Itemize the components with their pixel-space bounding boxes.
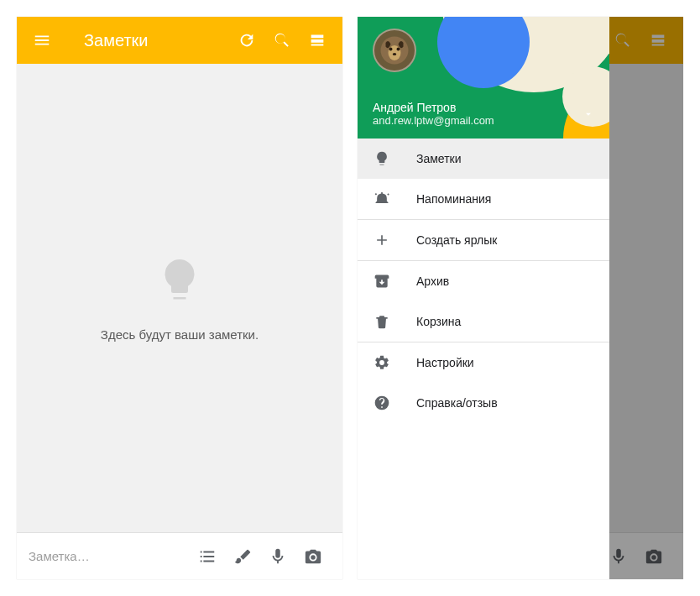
- svg-point-8: [393, 53, 397, 55]
- bottom-bar: Заметка…: [17, 532, 342, 579]
- svg-point-6: [389, 48, 393, 51]
- microphone-icon: [269, 547, 287, 566]
- drawer-item-create-label[interactable]: Создать ярлык: [358, 220, 609, 260]
- drawer-item-notes[interactable]: Заметки: [358, 139, 609, 179]
- refresh-icon: [238, 31, 256, 50]
- app-bar: Заметки: [17, 17, 342, 64]
- app-title: Заметки: [84, 31, 225, 50]
- svg-point-7: [397, 48, 400, 51]
- drawer-item-settings[interactable]: Настройки: [358, 342, 609, 383]
- checklist-icon: [198, 547, 217, 566]
- new-voice-button[interactable]: [260, 539, 295, 574]
- avatar-dog-icon: [379, 35, 410, 65]
- drawer-item-help[interactable]: Справка/отзыв: [358, 383, 609, 423]
- view-grid-icon: [308, 31, 326, 50]
- archive-icon: [373, 273, 391, 290]
- drawer-item-label: Заметки: [416, 152, 462, 165]
- refresh-button[interactable]: [232, 25, 262, 55]
- drawer-header: Андрей Петров and.rew.lptw@gmail.com: [358, 17, 609, 139]
- account-email: and.rew.lptw@gmail.com: [373, 114, 594, 127]
- navigation-drawer: Андрей Петров and.rew.lptw@gmail.com Зам…: [358, 17, 609, 579]
- drawer-item-trash[interactable]: Корзина: [358, 301, 609, 342]
- drawer-list: Заметки Напоминания Создать ярлык Архив …: [358, 139, 609, 579]
- brush-icon: [233, 547, 252, 566]
- new-drawing-button[interactable]: [225, 539, 260, 574]
- account-dropdown-button[interactable]: [582, 108, 594, 123]
- drawer-item-label: Напоминания: [416, 192, 491, 206]
- phone-screen-drawer: Заметки: [358, 17, 683, 579]
- view-toggle-button[interactable]: [302, 25, 332, 55]
- search-button[interactable]: [267, 25, 297, 55]
- hamburger-icon: [33, 31, 51, 50]
- empty-state-text: Здесь будут ваши заметки.: [101, 327, 259, 342]
- new-list-button[interactable]: [190, 539, 225, 574]
- drawer-item-archive[interactable]: Архив: [358, 261, 609, 301]
- account-avatar[interactable]: [373, 29, 416, 72]
- chevron-down-icon: [582, 108, 594, 120]
- drawer-item-label: Настройки: [416, 356, 474, 369]
- new-photo-button[interactable]: [295, 539, 331, 574]
- bulb-icon: [154, 255, 205, 306]
- help-icon: [373, 395, 391, 411]
- bulb-icon: [373, 150, 391, 167]
- account-info[interactable]: Андрей Петров and.rew.lptw@gmail.com: [373, 101, 594, 127]
- trash-icon: [373, 313, 391, 330]
- drawer-item-reminders[interactable]: Напоминания: [358, 179, 609, 219]
- drawer-item-label: Создать ярлык: [416, 233, 497, 247]
- search-icon: [273, 31, 291, 50]
- reminder-icon: [373, 191, 391, 207]
- gear-icon: [373, 354, 391, 371]
- drawer-item-label: Корзина: [416, 315, 461, 328]
- empty-state: Здесь будут ваши заметки.: [17, 64, 342, 532]
- drawer-item-label: Справка/отзыв: [416, 396, 498, 410]
- menu-button[interactable]: [27, 25, 57, 55]
- account-name: Андрей Петров: [373, 101, 594, 114]
- plus-icon: [373, 232, 391, 248]
- phone-screen-notes: Заметки Здесь будут ваши заметки. Заметк…: [17, 17, 342, 579]
- drawer-item-label: Архив: [416, 274, 449, 288]
- new-note-input[interactable]: Заметка…: [29, 549, 190, 563]
- camera-icon: [304, 547, 322, 566]
- bulb-illustration: [154, 255, 205, 309]
